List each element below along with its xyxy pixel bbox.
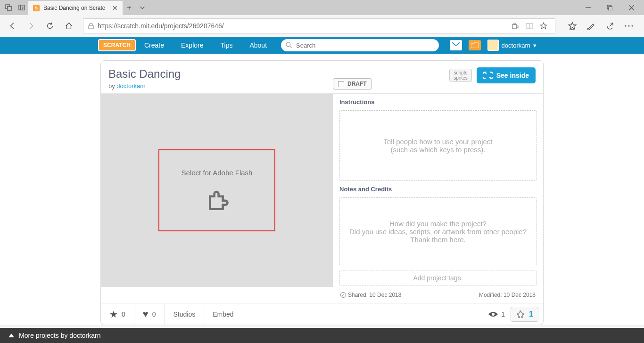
project-box: Basic Dancing by doctorkarn scripts spri… — [100, 60, 544, 325]
share-icon[interactable] — [602, 17, 619, 34]
meta-row: cShared: 10 Dec 2018 Modified: 10 Dec 20… — [339, 291, 537, 298]
cc-icon: c — [340, 292, 346, 298]
studios-button[interactable]: Studios — [165, 303, 204, 325]
notes-input[interactable]: How did you make the project? Did you us… — [339, 197, 537, 265]
maximize-button[interactable] — [599, 0, 620, 15]
draft-checkbox[interactable] — [338, 81, 344, 87]
svg-rect-10 — [512, 24, 517, 29]
fav-count: 0 — [122, 310, 125, 318]
recent-activity-icon[interactable] — [2, 1, 15, 14]
user-menu[interactable]: doctorkarn ▾ — [487, 40, 537, 51]
svg-point-19 — [632, 25, 633, 27]
search-input[interactable] — [296, 42, 434, 49]
instructions-placeholder: Tell people how to use your project (suc… — [384, 138, 493, 154]
favorites-icon[interactable] — [564, 17, 581, 34]
remix-button[interactable]: 1 — [511, 307, 538, 322]
window-controls — [577, 0, 642, 15]
svg-point-20 — [286, 42, 290, 47]
refresh-button[interactable] — [41, 17, 58, 34]
triangle-up-icon — [8, 334, 14, 337]
nav-about[interactable]: About — [241, 37, 275, 54]
browser-chrome: S Basic Dancing on Scratc ✕ ＋ https://sc… — [0, 0, 644, 37]
svg-point-18 — [628, 25, 630, 27]
remix-count: 1 — [529, 310, 533, 318]
see-inside-icon — [483, 71, 493, 80]
svg-line-16 — [587, 28, 588, 30]
embed-button[interactable]: Embed — [204, 303, 242, 325]
scratch-logo[interactable]: SCRATCH — [98, 39, 136, 51]
mystuff-icon[interactable] — [469, 40, 481, 50]
by-prefix: by — [108, 82, 116, 90]
author-link[interactable]: doctorkarn — [116, 82, 145, 90]
flash-text: Select for Adobe Flash — [182, 169, 253, 177]
puzzle-icon — [204, 187, 230, 212]
close-window-button[interactable] — [620, 0, 642, 15]
notes-icon[interactable] — [583, 17, 600, 34]
messages-icon[interactable] — [450, 40, 462, 50]
tab-favicon-icon: S — [33, 5, 40, 11]
nav-create[interactable]: Create — [136, 37, 173, 54]
love-count: 0 — [152, 310, 156, 318]
more-projects-label: More projects by doctorkarn — [19, 332, 101, 339]
svg-point-23 — [492, 313, 495, 316]
tab-title: Basic Dancing on Scratc — [43, 5, 108, 11]
lock-icon — [88, 23, 94, 29]
shared-date: Shared: 10 Dec 2018 — [348, 292, 401, 298]
views-stat: 1 — [488, 310, 505, 318]
toolbar-right — [561, 17, 640, 34]
scratch-nav: SCRATCH Create Explore Tips About doctor… — [0, 37, 644, 54]
flash-placeholder[interactable]: Select for Adobe Flash — [158, 149, 275, 231]
svg-rect-6 — [609, 7, 612, 10]
see-inside-button[interactable]: See inside — [477, 67, 536, 83]
forward-button[interactable] — [23, 17, 40, 34]
stats-bar: ★ 0 ♥ 0 Studios Embed 1 1 — [101, 303, 543, 325]
url-box[interactable]: https://scratch.mit.edu/projects/2692076… — [83, 18, 555, 33]
love-stat[interactable]: ♥ 0 — [134, 303, 165, 325]
notes-placeholder: How did you make the project? Did you us… — [345, 220, 531, 244]
favorite-star-icon[interactable] — [540, 22, 550, 30]
more-icon[interactable] — [620, 17, 637, 34]
scripts-sprites-toggle[interactable]: scripts sprites — [449, 69, 471, 82]
eye-icon — [488, 311, 498, 318]
notes-label: Notes and Credits — [339, 186, 537, 193]
avatar — [487, 40, 499, 51]
svg-line-21 — [290, 46, 292, 48]
tab-aside-icon[interactable] — [15, 1, 28, 14]
tab-close-icon[interactable]: ✕ — [112, 4, 118, 12]
svg-rect-11 — [514, 23, 515, 24]
project-title: Basic Dancing — [108, 67, 181, 81]
minimize-button[interactable] — [577, 0, 599, 15]
search-box[interactable] — [281, 39, 439, 51]
heart-icon: ♥ — [143, 309, 149, 319]
home-button[interactable] — [60, 17, 77, 34]
reading-view-icon[interactable] — [526, 22, 536, 30]
search-icon — [286, 42, 292, 49]
see-inside-label: See inside — [496, 72, 529, 79]
browser-tab[interactable]: S Basic Dancing on Scratc ✕ — [28, 1, 123, 15]
address-bar: https://scratch.mit.edu/projects/2692076… — [0, 15, 644, 37]
instructions-label: Instructions — [339, 98, 537, 106]
tab-bar: S Basic Dancing on Scratc ✕ ＋ — [0, 0, 644, 15]
remix-tree-icon — [516, 310, 525, 319]
draft-label: DRAFT — [347, 81, 367, 87]
draft-toggle[interactable]: DRAFT — [333, 78, 372, 90]
new-tab-button[interactable]: ＋ — [123, 1, 136, 14]
nav-explore[interactable]: Explore — [173, 37, 212, 54]
extension-icon[interactable] — [512, 22, 522, 30]
username: doctorkarn — [502, 42, 530, 49]
project-player: Select for Adobe Flash — [101, 94, 333, 287]
tabs-chevron-icon[interactable] — [136, 1, 149, 14]
instructions-input[interactable]: Tell people how to use your project (suc… — [339, 110, 537, 181]
svg-rect-9 — [89, 25, 93, 29]
svg-rect-1 — [7, 6, 11, 10]
chevron-down-icon: ▾ — [533, 42, 537, 49]
tags-input[interactable]: Add project tags. — [339, 270, 537, 286]
back-button[interactable] — [4, 17, 21, 34]
favorite-stat[interactable]: ★ 0 — [101, 303, 134, 325]
svg-point-17 — [625, 25, 627, 27]
more-projects-bar[interactable]: More projects by doctorkarn — [0, 328, 644, 343]
nav-tips[interactable]: Tips — [212, 37, 241, 54]
svg-rect-12 — [517, 26, 518, 27]
scripts-label: scripts — [454, 70, 467, 75]
modified-date: Modified: 10 Dec 2018 — [479, 292, 536, 298]
